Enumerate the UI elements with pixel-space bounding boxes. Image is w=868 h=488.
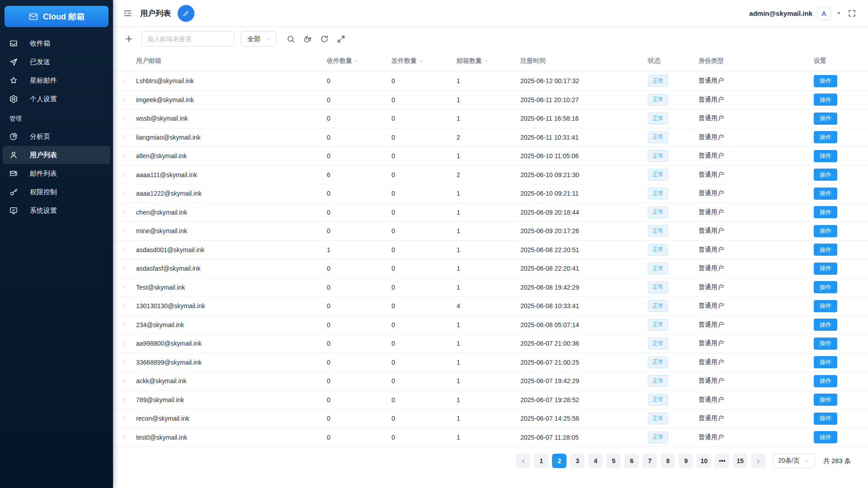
fullscreen-button[interactable]	[847, 8, 857, 19]
pagination-prev-button[interactable]	[516, 454, 530, 468]
sidebar-collapse-button[interactable]	[122, 8, 133, 19]
cell-inbox-count: 0	[325, 96, 389, 103]
sidebar-item-system-settings[interactable]: 系统设置	[3, 202, 110, 220]
status-badge: 正常	[648, 131, 668, 143]
sidebar-item-user-list[interactable]: 用户列表	[3, 146, 110, 164]
row-action-button[interactable]: 操作	[814, 75, 837, 87]
cell-registered-at: 2025-06-07 11:28:05	[518, 434, 646, 441]
row-expand-button[interactable]	[113, 191, 134, 197]
edit-pencil-icon	[182, 9, 190, 17]
expand-table-button[interactable]	[335, 33, 347, 45]
row-expand-button[interactable]	[113, 303, 134, 309]
user-menu-button[interactable]	[835, 10, 842, 17]
row-expand-button[interactable]	[113, 116, 134, 122]
row-expand-button[interactable]	[113, 397, 134, 403]
row-expand-button[interactable]	[113, 134, 134, 140]
pagination-page-10[interactable]: 10	[697, 454, 711, 468]
row-expand-button[interactable]	[113, 341, 134, 347]
row-expand-button[interactable]	[113, 359, 134, 365]
sidebar-item-analytics[interactable]: 分析页	[3, 127, 110, 145]
edit-button[interactable]	[178, 5, 194, 22]
pagination-page-15[interactable]: 15	[733, 454, 747, 468]
row-action-button[interactable]: 操作	[814, 375, 837, 387]
row-action-button[interactable]: 操作	[814, 169, 837, 181]
timer-sort-button[interactable]	[302, 33, 313, 45]
cell-mailbox-count: 1	[454, 434, 518, 441]
row-expand-button[interactable]	[113, 78, 134, 84]
row-expand-button[interactable]	[113, 266, 134, 272]
cell-registered-at: 2025-06-07 14:25:56	[518, 415, 646, 422]
sidebar-item-permissions[interactable]: 权限控制	[3, 183, 110, 201]
column-header-label: 邮箱数量	[457, 57, 482, 65]
pagination-page-3[interactable]: 3	[570, 454, 585, 468]
add-user-button[interactable]	[123, 33, 135, 45]
row-action-button[interactable]: 操作	[814, 300, 837, 312]
sidebar-item-inbox[interactable]: 收件箱	[3, 34, 110, 52]
row-action-button[interactable]: 操作	[814, 244, 837, 256]
cell-registered-at: 2025-06-09 20:18:44	[518, 209, 646, 216]
status-badge: 正常	[648, 113, 668, 124]
row-expand-button[interactable]	[113, 228, 134, 234]
row-expand-button[interactable]	[113, 209, 134, 215]
row-expand-button[interactable]	[113, 322, 134, 328]
sidebar-item-sent[interactable]: 已发送	[3, 53, 110, 71]
page-size-select[interactable]: 20条/页	[773, 454, 815, 468]
pagination-page-5[interactable]: 5	[606, 454, 621, 468]
row-action-button[interactable]: 操作	[814, 188, 837, 200]
row-action-button[interactable]: 操作	[814, 263, 837, 275]
filter-select[interactable]: 全部	[241, 31, 277, 47]
sort-caret-icon[interactable]	[483, 58, 489, 64]
row-action-button[interactable]: 操作	[814, 206, 837, 218]
status-badge: 正常	[648, 338, 668, 349]
pagination-ellipsis[interactable]: •••	[715, 454, 729, 468]
user-table: 用户邮箱收件数量发件数量邮箱数量注册时间状态身份类型设置 Lshblrs@sky…	[113, 51, 868, 447]
pagination-page-8[interactable]: 8	[660, 454, 675, 468]
pagination-page-1[interactable]: 1	[534, 454, 548, 468]
sidebar-item-personal-settings[interactable]: 个人设置	[3, 90, 110, 108]
search-icon	[286, 34, 296, 44]
brand-logo-button[interactable]: Cloud 邮箱	[5, 6, 108, 27]
search-button[interactable]	[285, 33, 297, 45]
pagination-page-7[interactable]: 7	[642, 454, 657, 468]
row-action-button[interactable]: 操作	[814, 431, 837, 443]
row-action-button[interactable]: 操作	[814, 131, 837, 143]
row-action-button[interactable]: 操作	[814, 394, 837, 406]
cell-action: 操作	[811, 169, 868, 181]
sort-caret-icon[interactable]	[418, 58, 424, 64]
row-action-button[interactable]: 操作	[814, 356, 837, 368]
sidebar-item-starred[interactable]: 星标邮件	[3, 71, 110, 89]
row-expand-button[interactable]	[113, 153, 134, 159]
row-expand-button[interactable]	[113, 247, 134, 253]
cell-sent-count: 0	[389, 265, 454, 272]
cell-registered-at: 2025-06-09 20:17:26	[518, 227, 646, 235]
pagination-next-button[interactable]	[751, 454, 765, 468]
search-input[interactable]	[142, 31, 234, 47]
sidebar-item-mail-list[interactable]: 邮件列表	[3, 164, 110, 183]
pagination-page-9[interactable]: 9	[679, 454, 693, 468]
row-expand-button[interactable]	[113, 284, 134, 290]
row-expand-button[interactable]	[113, 378, 134, 384]
row-action-button[interactable]: 操作	[814, 281, 837, 293]
cell-sent-count: 0	[389, 415, 454, 422]
row-expand-button[interactable]	[113, 97, 134, 103]
row-action-button[interactable]: 操作	[814, 413, 837, 425]
row-expand-button[interactable]	[113, 416, 134, 422]
pagination-page-6[interactable]: 6	[624, 454, 639, 468]
row-action-button[interactable]: 操作	[814, 94, 837, 106]
row-expand-button[interactable]	[113, 172, 134, 178]
pagination-page-4[interactable]: 4	[588, 454, 603, 468]
page-size-value: 20条/页	[778, 457, 799, 465]
sort-caret-icon[interactable]	[354, 58, 359, 64]
table-row: test0@skymail.ink0012025-06-07 11:28:05正…	[113, 428, 868, 447]
row-action-button[interactable]: 操作	[814, 150, 837, 162]
cell-inbox-count: 0	[325, 227, 389, 235]
row-action-button[interactable]: 操作	[814, 225, 837, 237]
avatar[interactable]: A	[817, 6, 831, 20]
row-action-button[interactable]: 操作	[814, 113, 837, 125]
table-row: 33668899@skymail.ink0012025-06-07 21:00:…	[113, 353, 868, 372]
row-action-button[interactable]: 操作	[814, 319, 837, 331]
row-action-button[interactable]: 操作	[814, 338, 837, 350]
row-expand-button[interactable]	[113, 434, 134, 440]
refresh-button[interactable]	[319, 33, 330, 45]
pagination-page-2[interactable]: 2	[552, 454, 566, 468]
